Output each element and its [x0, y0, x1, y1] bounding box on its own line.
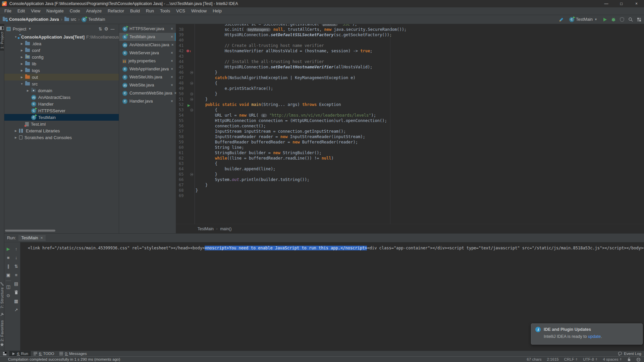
collapsed-arrow-icon[interactable]: ▶	[20, 49, 24, 52]
line-number[interactable]: 44	[179, 59, 186, 64]
tree-row[interactable]: ▼ConsoleApplication Java [Test] F:\Misce…	[4, 34, 119, 40]
down-icon[interactable]: ↓	[12, 253, 20, 262]
pause-output-icon[interactable]: ∥	[4, 262, 12, 270]
code-line[interactable]: 48{	[176, 80, 644, 86]
tree-row[interactable]: ▶Scratches and Consoles	[4, 134, 119, 141]
line-number[interactable]: 63	[179, 161, 186, 166]
run-button[interactable]	[603, 17, 607, 22]
code-line[interactable]: 55HttpURLConnection connection = (HttpUR…	[176, 118, 644, 123]
menu-file[interactable]: File	[1, 7, 14, 15]
up-icon[interactable]: ↑	[12, 244, 20, 253]
search-everywhere-icon[interactable]	[628, 17, 633, 22]
line-number[interactable]: 55	[179, 118, 186, 123]
tool-button-favorites[interactable]: 2: Favorites	[0, 318, 4, 349]
code-line[interactable]: 59BufferedReader bufferedReader = new Bu…	[176, 139, 644, 145]
line-number[interactable]: 53	[179, 107, 186, 113]
line-number[interactable]: 61	[179, 150, 186, 156]
line-number[interactable]: 68	[179, 188, 186, 193]
breadcrumb-item[interactable]: ConsoleApplication Java	[3, 17, 59, 22]
fold-marker-icon[interactable]	[190, 109, 193, 112]
status-item-utf-8[interactable]: UTF-8⇕	[583, 357, 597, 361]
collapse-all-icon[interactable]: ⇅	[99, 27, 102, 31]
menu-build[interactable]: Build	[127, 7, 143, 15]
code-line[interactable]: 54URL url = new URL( s: "http://lmss.vn/…	[176, 113, 644, 118]
code-line[interactable]: 63{	[176, 161, 644, 166]
editor-tab[interactable]: CWebSiteUtils.java×	[119, 73, 176, 81]
code-line[interactable]: 43	[176, 54, 644, 59]
collapsed-arrow-icon[interactable]: ▶	[26, 89, 30, 92]
editor-tab[interactable]: CCommentWebSite.java×	[119, 89, 176, 97]
line-number[interactable]: 65	[179, 172, 186, 177]
code-line[interactable]: 49e.printStackTrace();	[176, 86, 644, 91]
editor-tab[interactable]: jetty.properties×	[119, 57, 176, 65]
close-icon[interactable]: ×	[171, 99, 173, 104]
tool-button-structure[interactable]: 7: Structure	[0, 280, 4, 310]
print-icon[interactable]: ▤	[12, 279, 20, 288]
menu-analyze[interactable]: Analyze	[83, 7, 105, 15]
code-line[interactable]: 58InputStreamReader reader = new InputSt…	[176, 134, 644, 139]
menu-view[interactable]: View	[28, 7, 43, 15]
breadcrumb-item[interactable]: CTestMain	[82, 17, 105, 22]
grid-icon[interactable]: ▦	[12, 297, 20, 305]
code-line[interactable]: 51}	[176, 97, 644, 102]
code-line[interactable]: 61StringBuilder builder = new StringBuil…	[176, 150, 644, 156]
tree-row[interactable]: Test.iml	[4, 121, 119, 127]
menu-refactor[interactable]: Refactor	[105, 7, 127, 15]
line-number[interactable]: 46	[179, 70, 186, 75]
collapsed-arrow-icon[interactable]: ▶	[20, 56, 24, 59]
line-number[interactable]: 60	[179, 145, 186, 150]
collapsed-arrow-icon[interactable]: ▶	[14, 136, 18, 139]
editor-tab[interactable]: CHTTPSServer.java×	[119, 25, 176, 33]
code-line[interactable]: 47catch(NoSuchAlgorithmException | KeyMa…	[176, 75, 644, 80]
line-number[interactable]: 51	[179, 97, 186, 102]
settings-pen-icon[interactable]	[559, 17, 564, 22]
code-line[interactable]: 41// Create all-trusting host name verif…	[176, 43, 644, 48]
debug-button[interactable]	[611, 17, 616, 22]
close-icon[interactable]: ×	[171, 26, 173, 31]
close-icon[interactable]: ×	[171, 83, 173, 87]
line-number[interactable]: 49	[179, 86, 186, 91]
editor-breadcrumb-item[interactable]: TestMain	[198, 227, 214, 231]
menu-vcs[interactable]: VCS	[173, 7, 188, 15]
collapsed-arrow-icon[interactable]: ▶	[20, 62, 24, 65]
maximize-button[interactable]: □	[614, 0, 629, 7]
tree-row[interactable]: ▶logs	[4, 67, 119, 74]
stripe-button-6-todo[interactable]: 6: TODO	[31, 351, 57, 356]
fold-marker-icon[interactable]	[190, 93, 193, 96]
layout-grid-icon[interactable]	[637, 17, 641, 22]
menu-window[interactable]: Window	[188, 7, 210, 15]
status-message[interactable]: Compilation completed successfully in 1 …	[8, 357, 120, 361]
tree-row[interactable]: ▶External Libraries	[4, 127, 119, 134]
breadcrumb-item[interactable]: src	[64, 17, 76, 22]
line-number[interactable]: 56	[179, 123, 186, 129]
run-tab[interactable]: TestMain ×	[18, 235, 45, 241]
code-line[interactable]: 45HttpsURLConnection.setDefaultHostnameV…	[176, 64, 644, 70]
editor-tab[interactable]: (C)WebSite.java×	[119, 81, 176, 89]
tree-row[interactable]: ▶lib	[4, 60, 119, 67]
editor-breadcrumb-item[interactable]: main()	[220, 227, 231, 231]
close-button[interactable]: ×	[629, 0, 644, 7]
close-icon[interactable]: ×	[40, 236, 43, 240]
close-icon[interactable]: ×	[171, 59, 173, 63]
minimize-button[interactable]: —	[599, 0, 614, 7]
tool-window-switcher-icon[interactable]	[0, 351, 9, 356]
line-number[interactable]: 42	[179, 48, 186, 54]
code-line[interactable]: 53{	[176, 107, 644, 113]
fold-marker-icon[interactable]	[190, 71, 193, 74]
update-link[interactable]: update	[588, 334, 601, 339]
fold-marker-icon[interactable]	[190, 98, 193, 101]
status-item-crlf[interactable]: CRLF⇕	[564, 357, 578, 361]
coverage-button[interactable]	[620, 17, 624, 22]
line-number[interactable]: 62	[179, 156, 186, 161]
code-line[interactable]: 38sc.init( keyManagers: null, trustAllCe…	[176, 27, 644, 32]
editor-tab[interactable]: CWebServer.java×	[119, 49, 176, 57]
code-line[interactable]: 46}	[176, 70, 644, 75]
code-line[interactable]: 44// Install the all-trusting host verif…	[176, 59, 644, 64]
expanded-arrow-icon[interactable]: ▼	[20, 82, 24, 85]
line-number[interactable]: 41	[179, 43, 186, 48]
line-number[interactable]: 38	[179, 27, 186, 32]
event-log-button[interactable]: Event Log	[615, 352, 644, 356]
breakpoint-icon[interactable]: ↑	[186, 48, 192, 54]
editor-tab[interactable]: CTestMain.java×	[119, 33, 176, 41]
screenshot-icon[interactable]: ▣	[4, 270, 12, 279]
